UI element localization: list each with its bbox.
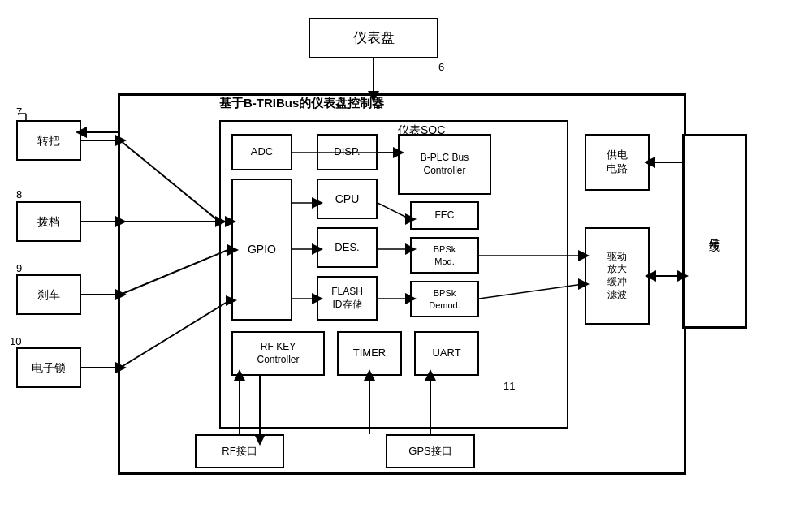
gpio-box: GPIO bbox=[231, 179, 292, 321]
elock-box: 电子锁 bbox=[16, 347, 81, 388]
label-10: 10 bbox=[10, 335, 21, 347]
gps-port-label: GPS接口 bbox=[408, 445, 451, 459]
brake-label: 刹车 bbox=[37, 287, 60, 302]
flash-label: FLASH ID存储 bbox=[331, 286, 363, 311]
signal-line-box: 信号线 bbox=[682, 134, 747, 329]
disp-label: DISP. bbox=[334, 145, 360, 159]
brake-box: 刹车 bbox=[16, 274, 81, 315]
uart-box: UART bbox=[414, 331, 479, 376]
bpsk-mod-box: BPSk Mod. bbox=[410, 237, 479, 274]
cpu-label: CPU bbox=[335, 192, 360, 206]
dashboard-box: 仪表盘 bbox=[309, 18, 438, 58]
driver-label: 驱动 放大 缓冲 滤波 bbox=[607, 251, 627, 301]
uart-label: UART bbox=[432, 347, 460, 360]
bplc-box: B-PLC Bus Controller bbox=[398, 134, 491, 195]
zhuanba-box: 转把 bbox=[16, 120, 81, 161]
label-6: 6 bbox=[438, 61, 444, 73]
driver-box: 驱动 放大 缓冲 滤波 bbox=[585, 227, 650, 325]
rf-port-label: RF接口 bbox=[222, 445, 257, 459]
rf-key-box: RF KEY Controller bbox=[231, 331, 325, 376]
power-box: 供电 电路 bbox=[585, 134, 650, 191]
des-label: DES. bbox=[335, 241, 359, 255]
label-9: 9 bbox=[16, 262, 22, 274]
fec-label: FEC bbox=[435, 209, 455, 222]
flash-box: FLASH ID存储 bbox=[317, 276, 378, 321]
label-11: 11 bbox=[503, 380, 515, 392]
fec-box: FEC bbox=[410, 201, 479, 230]
disp-box: DISP. bbox=[317, 134, 378, 170]
adc-box: ADC bbox=[231, 134, 292, 170]
timer-box: TIMER bbox=[337, 331, 402, 376]
cpu-box: CPU bbox=[317, 179, 378, 219]
elock-label: 电子锁 bbox=[32, 360, 66, 375]
main-controller-label: 基于B-TRIBus的仪表盘控制器 bbox=[219, 96, 384, 111]
bplc-label: B-PLC Bus Controller bbox=[421, 152, 469, 177]
gps-port-box: GPS接口 bbox=[386, 434, 475, 468]
signal-line-label: 信号线 bbox=[707, 229, 722, 234]
diagram-container: 仪表盘 6 基于B-TRIBus的仪表盘控制器 仪表SOC ADC DISP. … bbox=[0, 0, 812, 517]
adc-label: ADC bbox=[251, 145, 273, 159]
bpsk-demod-label: BPSk Demod. bbox=[429, 287, 460, 311]
des-box: DES. bbox=[317, 227, 378, 268]
gpio-label: GPIO bbox=[248, 242, 276, 256]
label-8: 8 bbox=[16, 188, 22, 200]
rf-port-box: RF接口 bbox=[195, 434, 284, 468]
dashboard-label: 仪表盘 bbox=[353, 29, 395, 47]
power-label: 供电 电路 bbox=[607, 149, 628, 176]
zhuanba-label: 转把 bbox=[37, 133, 60, 148]
label-7: 7 bbox=[16, 106, 22, 118]
bpsk-mod-label: BPSk Mod. bbox=[434, 243, 456, 267]
rf-key-label: RF KEY Controller bbox=[257, 341, 299, 366]
bodang-label: 拨档 bbox=[37, 214, 60, 229]
bpsk-demod-box: BPSk Demod. bbox=[410, 281, 479, 317]
bodang-box: 拨档 bbox=[16, 201, 81, 242]
timer-label: TIMER bbox=[353, 347, 386, 360]
